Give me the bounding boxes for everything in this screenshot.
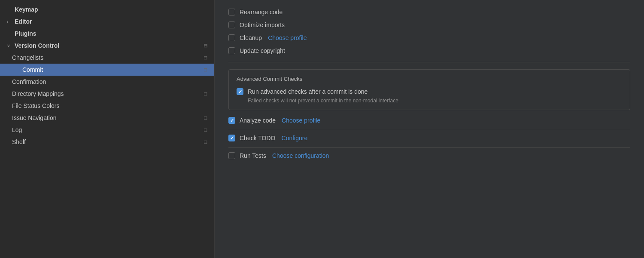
checkbox-row-update-copyright: Update copyright: [228, 47, 630, 54]
checkbox-check-todo[interactable]: [228, 135, 235, 141]
link-check-todo[interactable]: Configure: [282, 135, 308, 141]
checkbox-run-tests[interactable]: [228, 152, 235, 159]
sidebar-item-label-file-status-colors: File Status Colors: [12, 102, 59, 109]
checkbox-label-run-tests: Run Tests: [240, 152, 266, 159]
divider-bottom-2: [228, 147, 630, 148]
sidebar-item-label-editor: Editor: [15, 18, 32, 25]
checkbox-optimize[interactable]: [228, 22, 235, 28]
main-panel: Rearrange codeOptimize importsCleanupCho…: [215, 0, 644, 258]
checkbox-label-update-copyright: Update copyright: [240, 47, 285, 54]
sidebar-item-label-commit: Commit: [22, 66, 43, 73]
advanced-desc: Failed checks will not prevent a commit …: [248, 98, 622, 104]
divider-1: [228, 62, 630, 62]
checkbox-label-analyze-code: Analyze code: [240, 117, 276, 124]
sidebar-item-label-confirmation: Confirmation: [12, 78, 46, 85]
sidebar-item-confirmation[interactable]: Confirmation: [0, 76, 214, 88]
sidebar-item-issue-navigation[interactable]: Issue Navigation⊟: [0, 112, 214, 124]
sidebar-item-changelists[interactable]: Changelists⊟: [0, 52, 214, 64]
checkbox-label-rearrange: Rearrange code: [240, 9, 283, 15]
checkbox-row-run-advanced: Run advanced checks after a commit is do…: [237, 88, 622, 95]
advanced-section-title: Advanced Commit Checks: [237, 76, 622, 82]
chevron-icon-editor: ›: [7, 19, 12, 24]
sidebar-item-plugins[interactable]: Plugins: [0, 28, 214, 40]
sidebar-item-label-version-control: Version Control: [15, 42, 59, 49]
checkbox-row-analyze-code: Analyze codeChoose profile: [228, 117, 630, 124]
checkbox-row-check-todo: Check TODOConfigure: [228, 135, 630, 141]
sidebar-item-label-shelf: Shelf: [12, 138, 26, 145]
sidebar-item-directory-mappings[interactable]: Directory Mappings⊟: [0, 88, 214, 100]
sidebar-item-shelf[interactable]: Shelf⊟: [0, 136, 214, 148]
checkbox-update-copyright[interactable]: [228, 47, 235, 54]
bottom-checkboxes-section: Analyze codeChoose profileCheck TODOConf…: [228, 117, 630, 159]
checkbox-row-rearrange: Rearrange code: [228, 9, 630, 15]
sidebar-item-version-control[interactable]: ∨Version Control⊟: [0, 40, 214, 52]
pin-icon-log: ⊟: [204, 127, 207, 133]
divider-bottom-1: [228, 130, 630, 130]
pin-icon-directory-mappings: ⊟: [204, 91, 207, 97]
checkbox-row-optimize: Optimize imports: [228, 22, 630, 28]
checkbox-run-advanced[interactable]: [237, 88, 243, 95]
sidebar-item-label-issue-navigation: Issue Navigation: [12, 114, 57, 121]
pin-icon-shelf: ⊟: [204, 139, 207, 145]
checkbox-label-optimize: Optimize imports: [240, 22, 285, 28]
checkbox-label-run-advanced: Run advanced checks after a commit is do…: [248, 88, 368, 95]
checkbox-row-run-tests: Run TestsChoose configuration: [228, 152, 630, 159]
checkbox-row-cleanup: CleanupChoose profile: [228, 34, 630, 41]
chevron-icon-version-control: ∨: [7, 43, 12, 48]
sidebar-item-file-status-colors[interactable]: File Status Colors: [0, 100, 214, 112]
link-run-tests[interactable]: Choose configuration: [272, 152, 329, 159]
pin-icon-issue-navigation: ⊟: [204, 115, 207, 121]
sidebar-item-log[interactable]: Log⊟: [0, 124, 214, 136]
advanced-section: Advanced Commit ChecksRun advanced check…: [228, 69, 630, 110]
sidebar-item-label-log: Log: [12, 126, 22, 133]
checkbox-label-check-todo: Check TODO: [240, 135, 276, 141]
sidebar-item-label-plugins: Plugins: [15, 30, 36, 37]
sidebar-item-label-directory-mappings: Directory Mappings: [12, 90, 64, 97]
link-cleanup[interactable]: Choose profile: [268, 34, 307, 41]
pin-icon-commit: ⊟: [204, 67, 207, 73]
sidebar-item-label-keymap: Keymap: [15, 6, 38, 13]
sidebar-item-commit[interactable]: Commit⊟: [0, 64, 214, 76]
pin-icon-changelists: ⊟: [204, 55, 207, 61]
link-analyze-code[interactable]: Choose profile: [282, 117, 320, 124]
checkbox-rearrange[interactable]: [228, 9, 235, 15]
sidebar-item-editor[interactable]: ›Editor: [0, 15, 214, 28]
checkbox-cleanup[interactable]: [228, 34, 235, 41]
pin-icon-version-control: ⊟: [204, 43, 207, 49]
checkbox-label-cleanup: Cleanup: [240, 34, 262, 41]
sidebar-item-label-changelists: Changelists: [12, 54, 43, 61]
checkbox-analyze-code[interactable]: [228, 117, 235, 124]
sidebar-item-keymap[interactable]: Keymap: [0, 3, 214, 15]
settings-sidebar: Keymap›EditorPlugins∨Version Control⊟Cha…: [0, 0, 215, 258]
